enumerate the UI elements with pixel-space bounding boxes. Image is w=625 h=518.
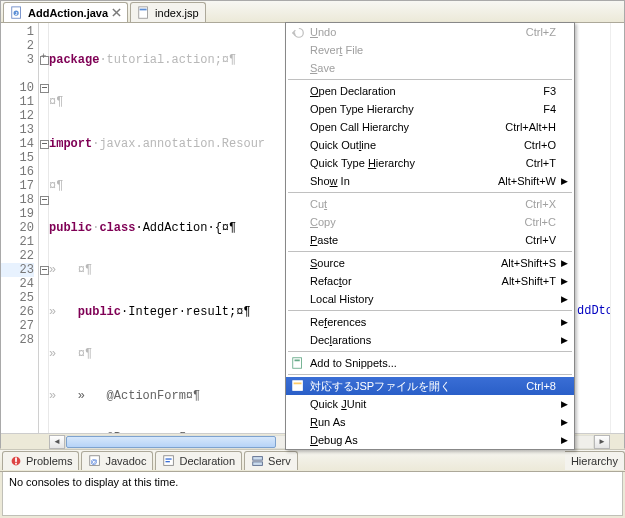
svg-rect-7 bbox=[293, 358, 302, 369]
svg-rect-10 bbox=[294, 383, 302, 385]
menu-cut: CutCtrl+X bbox=[286, 195, 574, 213]
java-file-icon: J bbox=[10, 6, 24, 20]
context-menu: UndoCtrl+Z Revert File Save Open Declara… bbox=[285, 22, 575, 450]
submenu-arrow-icon: ▶ bbox=[561, 294, 568, 304]
jsp-open-icon bbox=[291, 379, 305, 393]
editor-tabs: J AddAction.java index.jsp bbox=[1, 1, 624, 23]
folding-column[interactable] bbox=[39, 23, 49, 433]
submenu-arrow-icon: ▶ bbox=[561, 399, 568, 409]
jsp-file-icon bbox=[137, 6, 151, 20]
svg-rect-5 bbox=[139, 6, 148, 17]
svg-rect-12 bbox=[15, 458, 17, 462]
undo-icon bbox=[291, 25, 305, 39]
bottom-views-panel: Problems @ Javadoc Declaration Serv Hier… bbox=[0, 448, 625, 516]
menu-add-to-snippets[interactable]: Add to Snippets... bbox=[286, 354, 574, 372]
submenu-arrow-icon: ▶ bbox=[561, 317, 568, 327]
svg-rect-19 bbox=[253, 457, 263, 461]
menu-revert-file: Revert File bbox=[286, 41, 574, 59]
tab-index-jsp[interactable]: index.jsp bbox=[130, 2, 205, 22]
tab-label: index.jsp bbox=[155, 7, 198, 19]
menu-quick-junit[interactable]: Quick JUnit▶ bbox=[286, 395, 574, 413]
menu-refactor[interactable]: RefactorAlt+Shift+T▶ bbox=[286, 272, 574, 290]
scroll-thumb[interactable] bbox=[66, 436, 276, 448]
submenu-arrow-icon: ▶ bbox=[561, 276, 568, 286]
fold-collapse-icon[interactable] bbox=[39, 137, 48, 151]
problems-icon bbox=[9, 454, 23, 468]
menu-open-call-hierarchy[interactable]: Open Call HierarchyCtrl+Alt+H bbox=[286, 118, 574, 136]
fold-collapse-icon[interactable] bbox=[39, 81, 48, 95]
menu-open-corresponding-jsp[interactable]: 対応するJSPファイルを開くCtrl+8 bbox=[286, 377, 574, 395]
fold-collapse-icon[interactable] bbox=[39, 193, 48, 207]
svg-rect-9 bbox=[293, 381, 303, 391]
fold-collapse-icon[interactable] bbox=[39, 263, 48, 277]
svg-rect-13 bbox=[15, 463, 17, 465]
view-tab-problems[interactable]: Problems bbox=[2, 451, 79, 470]
svg-rect-16 bbox=[164, 456, 174, 466]
overview-ruler[interactable] bbox=[610, 23, 624, 433]
menu-paste[interactable]: PasteCtrl+V bbox=[286, 231, 574, 249]
view-tab-servers[interactable]: Serv bbox=[244, 451, 298, 470]
javadoc-icon: @ bbox=[88, 454, 102, 468]
menu-debug-as[interactable]: Debug As▶ bbox=[286, 431, 574, 449]
view-tab-javadoc[interactable]: @ Javadoc bbox=[81, 451, 153, 470]
menu-quick-type-hierarchy[interactable]: Quick Type HierarchyCtrl+T bbox=[286, 154, 574, 172]
submenu-arrow-icon: ▶ bbox=[561, 335, 568, 345]
menu-copy: CopyCtrl+C bbox=[286, 213, 574, 231]
submenu-arrow-icon: ▶ bbox=[561, 435, 568, 445]
svg-text:@: @ bbox=[91, 458, 98, 465]
menu-save: Save bbox=[286, 59, 574, 77]
menu-local-history[interactable]: Local History▶ bbox=[286, 290, 574, 308]
scroll-left-button[interactable]: ◄ bbox=[49, 435, 65, 449]
svg-rect-18 bbox=[166, 461, 170, 462]
console-empty-message: No consoles to display at this time. bbox=[9, 476, 178, 488]
svg-rect-20 bbox=[253, 462, 263, 466]
menu-run-as[interactable]: Run As▶ bbox=[286, 413, 574, 431]
menu-declarations[interactable]: Declarations▶ bbox=[286, 331, 574, 349]
tab-label: AddAction.java bbox=[28, 7, 108, 19]
servers-icon bbox=[251, 454, 265, 468]
submenu-arrow-icon: ▶ bbox=[561, 176, 568, 186]
scroll-right-button[interactable]: ► bbox=[594, 435, 610, 449]
view-tab-hierarchy[interactable]: Hierarchy bbox=[565, 451, 625, 470]
fold-expand-icon[interactable] bbox=[39, 53, 48, 67]
line-number-gutter[interactable]: 1 2 3 10 11 12 13 14 15 16 17 18 19 20 2… bbox=[1, 23, 39, 433]
snippets-icon bbox=[291, 356, 305, 370]
svg-rect-17 bbox=[166, 458, 172, 459]
menu-source[interactable]: SourceAlt+Shift+S▶ bbox=[286, 254, 574, 272]
view-tab-declaration[interactable]: Declaration bbox=[155, 451, 242, 470]
menu-show-in[interactable]: Show InAlt+Shift+W▶ bbox=[286, 172, 574, 190]
editor-area: J AddAction.java index.jsp 1 2 3 10 11 1… bbox=[0, 0, 625, 448]
menu-open-declaration[interactable]: Open DeclarationF3 bbox=[286, 82, 574, 100]
views-tabs: Problems @ Javadoc Declaration Serv Hier… bbox=[0, 450, 625, 472]
tab-add-action-java[interactable]: J AddAction.java bbox=[3, 2, 128, 22]
svg-rect-6 bbox=[140, 8, 147, 10]
submenu-arrow-icon: ▶ bbox=[561, 258, 568, 268]
menu-quick-outline[interactable]: Quick OutlineCtrl+O bbox=[286, 136, 574, 154]
submenu-arrow-icon: ▶ bbox=[561, 417, 568, 427]
svg-rect-8 bbox=[295, 360, 300, 362]
menu-open-type-hierarchy[interactable]: Open Type HierarchyF4 bbox=[286, 100, 574, 118]
console-view-body: No consoles to display at this time. bbox=[2, 472, 623, 516]
declaration-icon bbox=[162, 454, 176, 468]
menu-undo: UndoCtrl+Z bbox=[286, 23, 574, 41]
close-icon[interactable] bbox=[112, 8, 121, 17]
menu-references[interactable]: References▶ bbox=[286, 313, 574, 331]
